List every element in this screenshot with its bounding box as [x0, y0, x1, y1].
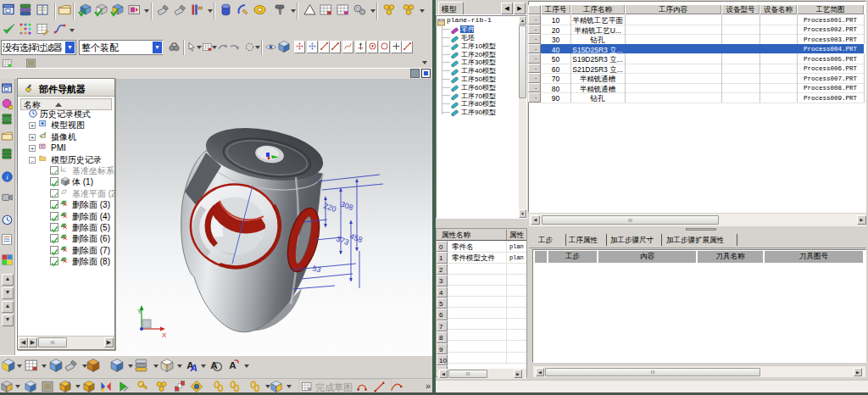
svg-text:373: 373	[335, 234, 350, 247]
svg-text:Y: Y	[137, 307, 142, 315]
svg-text:308: 308	[339, 199, 354, 212]
svg-text:220: 220	[322, 201, 337, 214]
svg-text:X: X	[162, 331, 167, 337]
svg-text:A: A	[189, 362, 197, 373]
svg-text:+: +	[67, 380, 70, 387]
svg-text:C: C	[164, 362, 169, 371]
svg-text:53: 53	[311, 264, 321, 274]
svg-text:A: A	[229, 359, 236, 371]
